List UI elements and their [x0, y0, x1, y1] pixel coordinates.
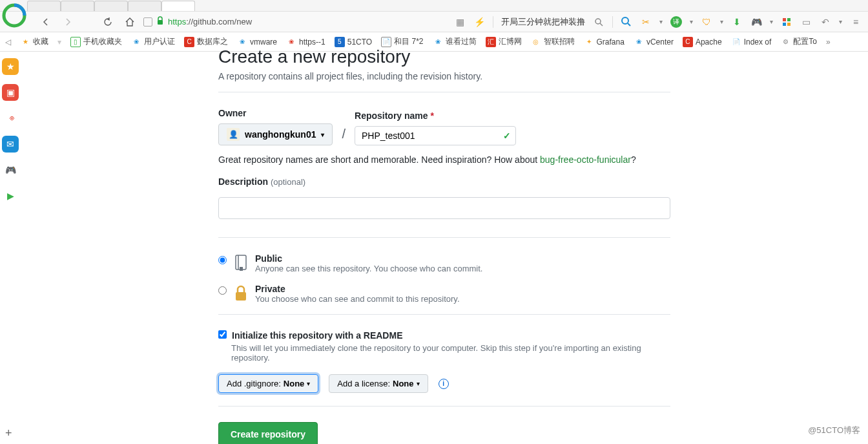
qr-icon[interactable]: ▦ [454, 16, 466, 28]
rail-calendar-icon[interactable]: ▣ [2, 84, 19, 101]
forward-button[interactable] [59, 14, 76, 30]
license-select-button[interactable]: Add a license: None ▾ [329, 374, 428, 393]
owner-label: Owner [218, 108, 333, 118]
repo-name-input[interactable] [355, 126, 516, 145]
private-subtitle: You choose who can see and commit to thi… [255, 294, 460, 304]
rail-mail-icon[interactable]: ✉ [2, 136, 19, 153]
bookmark-item[interactable]: ❀谁看过简 [433, 36, 477, 47]
owner-name: wanghongkun01 [245, 129, 316, 140]
arrow-down-icon[interactable]: ⬇ [731, 16, 743, 28]
divider [218, 406, 670, 407]
rail-star-icon[interactable]: ★ [2, 58, 19, 75]
rail-game-icon[interactable]: 🎮 [2, 162, 19, 178]
bookmarks-scroll-left[interactable]: ◁ [5, 37, 11, 47]
readme-subtitle: This will let you immediately clone the … [231, 343, 670, 363]
repo-icon [233, 253, 249, 273]
svg-point-4 [622, 17, 628, 24]
svg-rect-6 [783, 18, 786, 21]
reload-button[interactable] [99, 14, 116, 30]
slash-separator: / [342, 127, 346, 142]
browser-logo-icon [0, 0, 30, 31]
undo-icon[interactable]: ↶ [820, 16, 831, 28]
bookmark-item[interactable]: C数据库之 [184, 36, 228, 47]
gamepad-icon[interactable]: 🎮 [750, 16, 762, 28]
bookmarks-overflow[interactable]: » [826, 37, 831, 47]
name-hint: Great repository names are short and mem… [218, 154, 670, 165]
readme-title: Initialize this repository with a README [232, 330, 402, 341]
repo-name-label: Repository name * [355, 111, 516, 121]
owner-avatar-icon: 👤 [227, 128, 240, 141]
promo-text: 开局三分钟就把神装撸 [501, 16, 585, 28]
svg-rect-1 [158, 20, 163, 25]
add-tab-button[interactable]: + [5, 427, 12, 440]
watermark-text: @51CTO博客 [808, 425, 860, 436]
lightning-icon[interactable]: ⚡ [473, 16, 485, 28]
public-radio[interactable] [218, 256, 227, 264]
svg-rect-9 [787, 23, 790, 26]
gitignore-select-button[interactable]: Add .gitignore: None ▾ [218, 374, 318, 393]
readme-checkbox[interactable] [218, 330, 227, 339]
bookmark-item[interactable]: CApache [683, 37, 722, 47]
private-radio[interactable] [218, 286, 227, 295]
info-icon[interactable]: i [439, 379, 449, 389]
translate-icon[interactable]: 译 [670, 16, 682, 28]
address-bar: https://github.com/new ▦ ⚡ 开局三分钟就把神装撸 ✂ … [0, 12, 868, 32]
svg-line-3 [600, 23, 603, 26]
svg-rect-13 [236, 292, 246, 301]
browser-tab[interactable] [128, 1, 161, 11]
browser-tab-strip [0, 0, 868, 12]
description-input[interactable] [218, 197, 670, 219]
bookmark-item[interactable]: 📄和目 7*2 [381, 36, 423, 47]
svg-point-2 [595, 19, 601, 24]
divider [218, 237, 670, 238]
chevron-down-icon: ▾ [321, 131, 324, 138]
svg-rect-12 [240, 267, 243, 271]
main-content: Create a new repository A repository con… [218, 47, 670, 444]
create-repository-button[interactable]: Create repository [218, 422, 318, 444]
bookmark-item[interactable]: ❀用户认证 [131, 36, 175, 47]
url-protocol: https [168, 17, 186, 26]
private-title: Private [255, 284, 460, 294]
svg-rect-7 [787, 18, 790, 21]
description-label: Description (optional) [218, 176, 670, 187]
page-subtitle: A repository contains all project files,… [218, 71, 670, 81]
suggested-name-link[interactable]: bug-free-octo-funicular [540, 154, 631, 165]
bookmark-item[interactable]: ❀https--1 [286, 37, 326, 47]
shield-icon[interactable]: 🛡 [701, 16, 712, 28]
grid-icon[interactable] [781, 16, 792, 28]
back-button[interactable] [37, 14, 54, 30]
bookmark-item[interactable]: ◎智联招聘 [531, 36, 575, 47]
bookmark-item[interactable]: 551CTO [335, 37, 372, 47]
browser-tab[interactable] [27, 1, 61, 11]
rail-weibo-icon[interactable]: ၜ [2, 110, 19, 127]
bookmark-item[interactable]: ❀vmware [237, 37, 277, 47]
svg-line-5 [628, 23, 630, 26]
scissors-icon[interactable]: ✂ [640, 16, 652, 28]
bookmark-item[interactable]: ⚙配置To [780, 36, 817, 47]
owner-select-button[interactable]: 👤 wanghongkun01 ▾ [218, 123, 333, 145]
browser-tab[interactable] [94, 1, 128, 11]
search-icon[interactable] [593, 16, 604, 28]
url-box[interactable]: https://github.com/new [143, 16, 440, 27]
bookmark-item[interactable]: ✦Grafana [584, 37, 625, 47]
public-title: Public [255, 253, 482, 264]
home-button[interactable] [121, 14, 138, 30]
lock-icon [233, 284, 249, 303]
check-icon: ✓ [503, 131, 511, 141]
phone-favorites[interactable]: ▯手机收藏夹 [70, 36, 122, 47]
left-sidebar-rail: ★ ▣ ၜ ✉ 🎮 ▶ [0, 58, 21, 204]
favorites-button[interactable]: ★收藏 [20, 36, 48, 47]
bookmark-item[interactable]: 汇汇博网 [486, 36, 522, 47]
responsive-icon[interactable]: ▭ [800, 16, 812, 28]
magnifier-icon[interactable] [621, 16, 632, 28]
menu-icon[interactable]: ≡ [850, 16, 862, 28]
bookmark-item[interactable]: ❀vCenter [634, 37, 674, 47]
browser-tab[interactable] [61, 1, 94, 11]
bookmark-item[interactable]: 📄Index of [731, 37, 772, 47]
divider [218, 92, 670, 92]
chevron-down-icon: ▾ [307, 380, 310, 387]
browser-tab-active[interactable] [161, 1, 195, 11]
svg-rect-8 [783, 23, 786, 26]
chevron-down-icon: ▾ [417, 380, 420, 387]
rail-video-icon[interactable]: ▶ [2, 187, 19, 204]
